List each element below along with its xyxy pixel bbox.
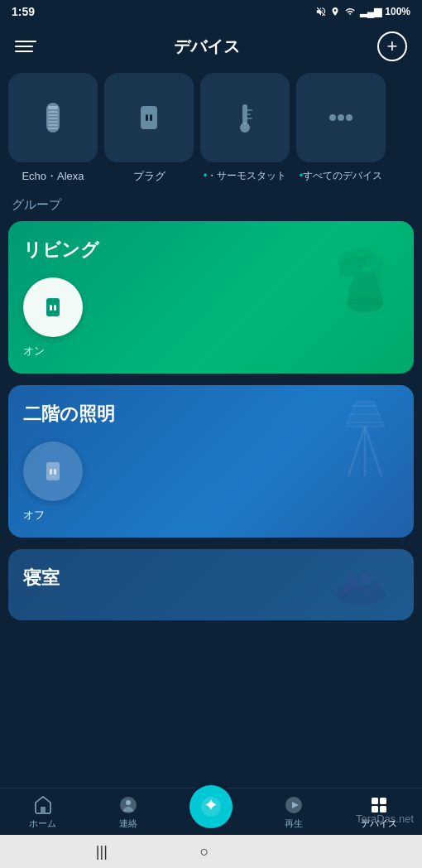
svg-point-17 (338, 114, 344, 121)
svg-rect-26 (50, 305, 52, 311)
svg-rect-2 (48, 111, 58, 113)
group-second-floor-title: 二階の照明 (23, 402, 399, 427)
svg-rect-4 (48, 118, 58, 119)
nav-contact[interactable]: 連絡 (103, 795, 153, 830)
svg-rect-52 (372, 806, 378, 813)
svg-rect-5 (48, 121, 58, 123)
svg-rect-36 (50, 469, 52, 475)
header: デバイス + (0, 23, 422, 73)
add-button[interactable]: + (377, 31, 407, 61)
page-title: デバイス (174, 36, 240, 58)
group-living-title: リビング (23, 238, 399, 263)
category-plug-label: プラグ (133, 169, 165, 184)
groups-container: リビング オン (0, 221, 422, 620)
svg-rect-53 (380, 806, 386, 813)
svg-rect-44 (41, 807, 46, 813)
svg-point-18 (346, 114, 352, 121)
svg-rect-10 (150, 114, 152, 121)
svg-rect-35 (46, 462, 60, 480)
nav-play-label: 再生 (285, 817, 303, 830)
battery-level: 100% (385, 6, 410, 17)
svg-rect-6 (48, 124, 58, 126)
svg-rect-7 (48, 128, 58, 129)
svg-rect-15 (247, 118, 252, 119)
status-bar: 1:59 ▂▄▆ 100% (0, 0, 422, 23)
mute-icon (315, 6, 327, 17)
svg-rect-50 (372, 798, 378, 804)
system-bar: ||| ○ (0, 835, 422, 868)
nav-home[interactable]: ホーム (18, 795, 68, 830)
living-device-label: オン (23, 344, 45, 359)
status-icons: ▂▄▆ 100% (315, 6, 410, 17)
svg-rect-11 (242, 104, 247, 124)
svg-rect-27 (54, 305, 56, 311)
groups-section-title: グループ (0, 184, 422, 221)
nav-home-label: ホーム (29, 817, 56, 830)
group-card-bedroom[interactable]: 寝室 (8, 549, 414, 620)
plug-icon (129, 98, 169, 137)
group-bedroom-title: 寝室 (23, 566, 399, 591)
alexa-logo-icon (199, 795, 223, 818)
category-echo[interactable]: Echo・Alexa (8, 73, 98, 184)
plug-off-icon (40, 458, 66, 485)
play-nav-icon (284, 795, 304, 815)
svg-rect-37 (54, 469, 56, 475)
svg-rect-51 (380, 798, 386, 804)
svg-rect-9 (146, 114, 148, 121)
svg-point-16 (329, 114, 336, 121)
home-nav-icon (33, 795, 53, 815)
bottom-nav: ホーム 連絡 再生 デバイス (0, 788, 422, 835)
svg-rect-3 (48, 114, 58, 116)
category-all-label: •すべてのデバイス (300, 169, 383, 183)
thermostat-icon (225, 98, 265, 137)
svg-rect-14 (247, 113, 251, 115)
watermark: TeraDas.net (356, 813, 414, 825)
living-device-button[interactable] (23, 277, 83, 337)
contact-nav-icon (118, 795, 138, 815)
menu-button[interactable] (15, 41, 36, 52)
more-icon (321, 98, 361, 137)
category-plug[interactable]: プラグ (104, 73, 194, 184)
svg-rect-1 (48, 106, 58, 109)
svg-point-12 (240, 123, 250, 133)
echo-icon (33, 98, 73, 137)
svg-rect-13 (247, 109, 252, 111)
device-categories: Echo・Alexa プラグ •・サーモスタット (0, 73, 422, 184)
group-card-living[interactable]: リビング オン (8, 221, 414, 374)
nav-contact-label: 連絡 (119, 817, 137, 830)
signal-bars: ▂▄▆ (360, 6, 382, 17)
home-button[interactable]: ○ (200, 843, 209, 861)
time-display: 1:59 (12, 5, 35, 18)
svg-rect-8 (141, 106, 157, 129)
svg-line-33 (365, 427, 381, 476)
category-all[interactable]: •すべてのデバイス (296, 73, 386, 184)
second-floor-device-label: オフ (23, 508, 45, 523)
second-floor-device-button[interactable] (23, 441, 83, 501)
category-thermostat[interactable]: •・サーモスタット (200, 73, 290, 184)
category-thermostat-label: •・サーモスタット (204, 169, 287, 183)
svg-point-46 (126, 800, 131, 805)
svg-line-31 (348, 427, 365, 476)
nav-play[interactable]: 再生 (269, 795, 319, 830)
svg-rect-25 (46, 298, 60, 316)
nav-alexa-button[interactable] (189, 785, 233, 828)
back-button[interactable]: ||| (96, 843, 108, 861)
group-card-second-floor[interactable]: 二階の照明 オフ (8, 385, 414, 538)
location-icon (330, 6, 340, 17)
plug-on-icon (40, 294, 66, 321)
category-echo-label: Echo・Alexa (22, 169, 84, 184)
wifi-icon (343, 7, 357, 17)
